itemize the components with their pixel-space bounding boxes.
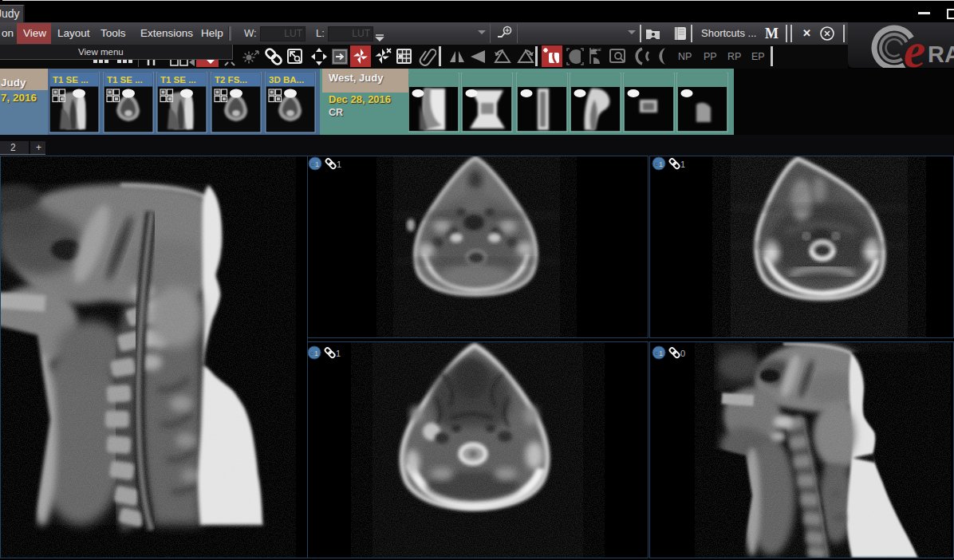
svg-text:local: local	[593, 47, 601, 52]
svg-text:T1 SE ...: T1 SE ...	[160, 75, 196, 85]
svg-text:1: 1	[337, 160, 341, 169]
svg-text:T1 SE ...: T1 SE ...	[107, 75, 143, 85]
svg-text:3D BA...: 3D BA...	[269, 75, 304, 85]
svg-text:e: e	[904, 23, 926, 68]
svg-text:RA: RA	[928, 41, 954, 67]
svg-text:T1 SE ...: T1 SE ...	[53, 75, 89, 85]
svg-text:1: 1	[680, 160, 685, 169]
svg-text:1: 1	[336, 349, 341, 358]
svg-text:T2 FS...: T2 FS...	[215, 75, 247, 85]
svg-text:0: 0	[680, 349, 685, 358]
